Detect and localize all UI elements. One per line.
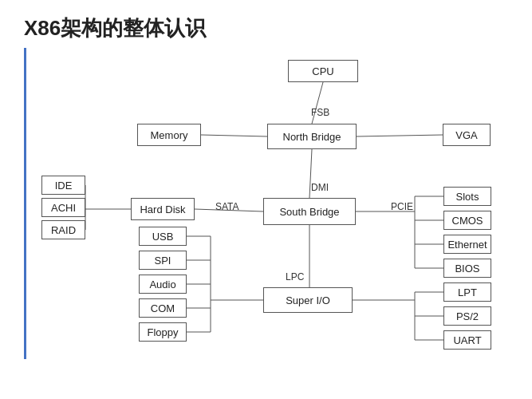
dmi-label: DMI <box>311 182 329 193</box>
title-accent-bar <box>24 48 26 359</box>
sata-label: SATA <box>215 201 239 212</box>
page-title: X86架构的整体认识 <box>24 14 206 42</box>
raid-box: RAID <box>41 220 85 239</box>
fsb-label: FSB <box>311 107 329 118</box>
cpu-box: CPU <box>288 60 358 82</box>
floppy-box: Floppy <box>139 322 187 342</box>
memory-box: Memory <box>137 124 201 146</box>
pcie-label: PCIE <box>391 201 413 212</box>
audio-box: Audio <box>139 275 187 294</box>
bios-box: BIOS <box>443 259 491 278</box>
ethernet-box: Ethernet <box>443 235 491 254</box>
hardDisk-box: Hard Disk <box>131 198 195 220</box>
com-box: COM <box>139 298 187 318</box>
ps2-box: PS/2 <box>443 306 491 326</box>
southBridge-box: South Bridge <box>263 198 356 225</box>
svg-line-1 <box>201 135 267 136</box>
spi-box: SPI <box>139 251 187 270</box>
slots-box: Slots <box>443 187 491 206</box>
svg-line-2 <box>357 135 443 136</box>
uart-box: UART <box>443 330 491 350</box>
achi-box: ACHI <box>41 198 85 217</box>
cmos-box: CMOS <box>443 211 491 230</box>
lpc-label: LPC <box>286 271 304 282</box>
usb-box: USB <box>139 227 187 246</box>
lpt-box: LPT <box>443 282 491 302</box>
ide-box: IDE <box>41 176 85 195</box>
northBridge-box: North Bridge <box>267 124 357 149</box>
vga-box: VGA <box>443 124 491 146</box>
superIO-box: Super I/O <box>263 287 353 313</box>
